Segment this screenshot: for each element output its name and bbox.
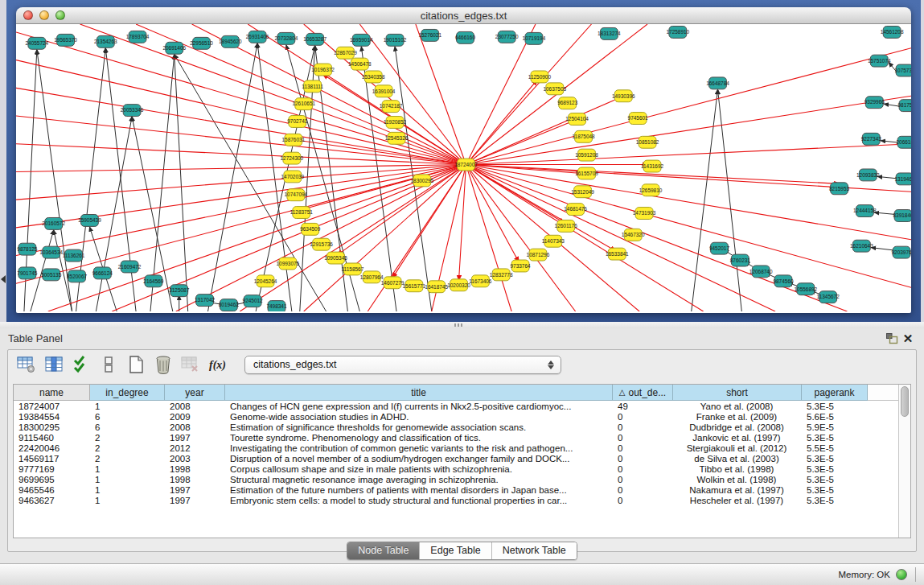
trash-icon[interactable] [151, 353, 175, 376]
graph-edge-red[interactable] [416, 24, 466, 165]
table-mode-icon[interactable] [14, 353, 39, 376]
table-cell[interactable]: Structural magnetic resonance image aver… [225, 474, 613, 484]
graph-node[interactable]: 9329966 [864, 97, 885, 109]
graph-node[interactable]: 16648784 [706, 77, 729, 89]
graph-node[interactable]: 12807964 [360, 271, 384, 283]
table-cell[interactable]: Estimation of significance thresholds fo… [225, 422, 613, 432]
graph-edge-black[interactable] [150, 55, 175, 311]
graph-node[interactable]: 15340358 [362, 71, 385, 83]
table-row[interactable]: 2242004622012Investigating the contribut… [14, 443, 898, 453]
new-document-icon[interactable] [124, 353, 148, 376]
graph-node[interactable]: 11283751 [290, 207, 314, 219]
graph-node[interactable]: 15876031 [281, 134, 305, 146]
graph-node[interactable]: 12045264 [254, 275, 277, 287]
table-cell[interactable]: 5.3E-5 [802, 484, 868, 495]
graph-node[interactable]: 11920852 [384, 117, 407, 129]
table-cell[interactable]: 1 [90, 463, 165, 474]
graph-node[interactable]: 9745601 [628, 113, 649, 125]
table-cell[interactable]: 1998 [165, 474, 225, 484]
graph-node[interactable]: 20691406 [162, 42, 186, 54]
graph-node[interactable]: 12915736 [310, 238, 333, 250]
table-cell[interactable]: 2012 [165, 443, 225, 453]
table-cell[interactable]: 5.9E-5 [802, 422, 868, 432]
table-cell[interactable]: Embryonic stem cells: a model to study s… [225, 495, 613, 505]
graph-node[interactable]: 9874560 [773, 275, 794, 287]
graph-node[interactable]: 9702741 [287, 116, 308, 128]
graph-edge-red[interactable] [466, 24, 591, 165]
graph-node[interactable]: 20160572 [42, 217, 65, 229]
graph-node[interactable]: 20732804 [275, 32, 298, 44]
graph-node[interactable]: 16391004 [372, 85, 396, 97]
graph-node[interactable]: 9227343 [861, 133, 882, 145]
graph-node[interactable]: 12068740 [749, 266, 773, 278]
graph-node[interactable]: 16418745 [425, 281, 448, 293]
graph-node[interactable]: 23077250 [495, 31, 519, 43]
table-cell[interactable]: 0 [613, 422, 673, 432]
graph-node[interactable]: 9817547 [897, 100, 911, 112]
table-cell[interactable]: 5.3E-5 [802, 495, 868, 505]
graph-edge-red[interactable] [16, 32, 466, 165]
table-cell[interactable]: 2 [90, 453, 165, 463]
graph-node[interactable]: 8391846 [893, 210, 911, 222]
table-cell[interactable]: 6 [90, 411, 165, 422]
splitter-grip[interactable] [454, 323, 464, 327]
graph-edge-black[interactable] [175, 55, 188, 311]
graph-edge-red[interactable] [16, 144, 466, 165]
select-all-icon[interactable] [69, 353, 93, 376]
scrollbar-thumb[interactable] [901, 386, 909, 417]
table-cell[interactable]: 1998 [165, 463, 225, 474]
table-cell[interactable]: 0 [613, 484, 673, 495]
table-row[interactable]: 946554611997Estimation of the future num… [14, 484, 898, 495]
graph-node[interactable]: 18945620 [219, 35, 242, 47]
table-cell[interactable]: 2 [90, 432, 165, 443]
graph-node[interactable]: 14561208 [881, 26, 904, 38]
column-header-pagerank[interactable]: pagerank [802, 385, 868, 401]
graph-node[interactable]: 9452017 [709, 242, 730, 254]
graph-node[interactable]: 16533841 [606, 248, 629, 260]
table-cell[interactable]: 9699695 [14, 474, 90, 484]
column-header-year[interactable]: year [165, 385, 225, 401]
window-titlebar[interactable]: citations_edges.txt [16, 7, 911, 24]
graph-node[interactable]: 8215953 [829, 183, 850, 195]
graph-node[interactable]: 12601176 [555, 220, 578, 232]
graph-node[interactable]: 10742187 [380, 101, 403, 113]
table-cell[interactable]: Stergiakouli et al. (2012) [673, 443, 802, 453]
graph-node[interactable]: 14930396 [612, 90, 635, 102]
graph-node[interactable]: 9689123 [557, 97, 578, 109]
vertical-scrollbar[interactable] [898, 385, 910, 538]
graph-node[interactable]: 7498341 [266, 301, 287, 311]
column-header-out_de[interactable]: △out_de... [613, 385, 673, 401]
graph-node[interactable]: 8019462 [219, 299, 240, 311]
table-cell[interactable]: 0 [613, 432, 673, 443]
graph-node[interactable]: 12867029 [334, 47, 357, 59]
graph-node[interactable]: 2066188 [896, 136, 911, 148]
table-row[interactable]: 1872400712008Changes of HCN gene express… [14, 401, 898, 411]
graph-node[interactable]: 19565370 [54, 34, 77, 46]
graph-node[interactable]: 16155709 [575, 167, 598, 179]
table-cell[interactable]: 2008 [165, 422, 225, 432]
table-cell[interactable]: 0 [613, 474, 673, 484]
graph-node[interactable]: 9878125 [17, 243, 38, 255]
graph-edge-red[interactable] [16, 165, 466, 256]
graph-node[interactable]: 16210643 [850, 240, 873, 252]
table-cell[interactable]: 18300295 [14, 422, 90, 432]
graph-node[interactable]: 19015102 [384, 34, 407, 46]
graph-node[interactable]: 15276021 [418, 29, 441, 41]
graph-node[interactable]: 12444158 [853, 205, 877, 217]
graph-node[interactable]: 11345672 [817, 291, 840, 303]
graph-node[interactable]: 15751074 [868, 55, 891, 67]
graph-node[interactable]: 8760231 [730, 254, 751, 266]
graph-node[interactable]: 26931406 [246, 31, 269, 43]
network-graph[interactable]: 1019637211381111126106519702741158760311… [16, 24, 911, 311]
column-visibility-icon[interactable] [42, 353, 66, 376]
table-row[interactable]: 1456911722003Disruption of a novel membe… [14, 453, 898, 463]
graph-node[interactable]: 20053346 [121, 105, 144, 117]
graph-node[interactable]: 11673406 [469, 275, 492, 287]
graph-node[interactable]: 24055724 [25, 37, 48, 49]
table-cell[interactable]: 1997 [165, 484, 225, 495]
graph-edge-black[interactable] [175, 55, 326, 311]
column-header-in_degree[interactable]: in_degree [90, 385, 165, 401]
graph-node[interactable]: 1317042 [195, 295, 216, 307]
table-cell[interactable]: 2008 [165, 401, 225, 411]
table-cell[interactable]: 5.3E-5 [802, 453, 868, 463]
